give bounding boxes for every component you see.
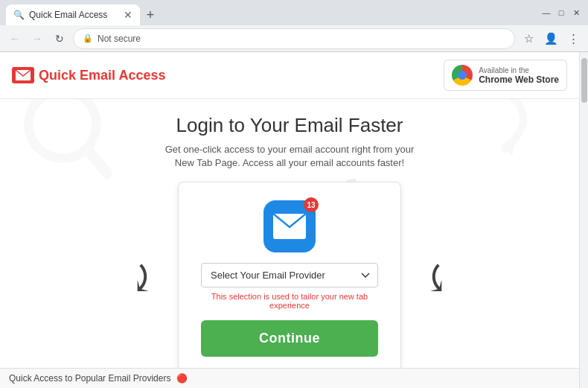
email-provider-select[interactable]: Select Your Email Provider Gmail Yahoo M… <box>201 263 378 287</box>
envelope-icon <box>273 214 306 239</box>
tab-title: Quick Email Access <box>29 10 107 20</box>
account-icon[interactable]: 👤 <box>542 30 560 48</box>
email-badge: 13 <box>304 197 319 212</box>
chrome-logo-icon <box>452 65 473 86</box>
email-icon-wrapper: 13 <box>263 200 316 252</box>
menu-icon[interactable]: ⋮ <box>564 30 582 48</box>
scrollbar-thumb[interactable] <box>581 58 587 103</box>
tab-bar: 🔍 Quick Email Access ✕ + <box>6 0 537 25</box>
main-content: Login to Your Email Faster Get one-click… <box>0 99 579 388</box>
chrome-store-name: Chrome Web Store <box>479 74 559 85</box>
tab-favicon: 🔍 <box>13 10 25 20</box>
logo-text-plain: Quick Email <box>39 68 118 83</box>
bottom-bar-icon: 🔴 <box>176 373 188 384</box>
page-background: FISH <box>0 52 579 388</box>
address-text: Not secure <box>98 34 141 44</box>
chrome-store-available-label: Available in the <box>479 66 559 74</box>
browser-titlebar: 🔍 Quick Email Access ✕ + — □ ✕ <box>0 0 588 25</box>
address-field[interactable]: 🔒 Not secure <box>73 28 515 49</box>
bookmark-icon[interactable]: ☆ <box>520 30 537 48</box>
window-controls: — □ ✕ <box>540 7 582 19</box>
logo: Quick Email Access <box>12 67 165 83</box>
browser-content: FISH <box>0 52 588 388</box>
page-headline: Login to Your Email Faster <box>176 114 403 137</box>
logo-icon <box>12 67 34 83</box>
page-subheadline: Get one-click access to your email accou… <box>156 143 424 170</box>
scrollbar[interactable] <box>579 52 588 388</box>
chrome-store-text: Available in the Chrome Web Store <box>479 66 559 85</box>
close-button[interactable]: ✕ <box>570 7 582 19</box>
forward-button[interactable]: → <box>28 30 46 48</box>
right-arrow: ⤸ <box>421 257 453 300</box>
reload-button[interactable]: ↻ <box>51 30 68 48</box>
bottom-bar-text: Quick Access to Popular Email Providers <box>9 373 170 384</box>
lock-icon: 🔒 <box>83 34 93 43</box>
helper-text: This selection is used to tailor your ne… <box>201 292 378 310</box>
page-content: FISH <box>0 52 579 388</box>
back-button[interactable]: ← <box>6 30 24 48</box>
envelope-logo-icon <box>15 69 31 81</box>
address-bar-row: ← → ↻ 🔒 Not secure ☆ 👤 ⋮ <box>0 25 588 52</box>
logo-text: Quick Email Access <box>39 68 165 83</box>
minimize-button[interactable]: — <box>540 7 552 19</box>
logo-text-colored: Access <box>118 68 165 83</box>
continue-button[interactable]: Continue <box>201 320 378 357</box>
site-header: Quick Email Access Available in the Chro… <box>0 52 579 99</box>
maximize-button[interactable]: □ <box>555 7 567 19</box>
new-tab-button[interactable]: + <box>140 4 161 25</box>
chrome-store-button[interactable]: Available in the Chrome Web Store <box>444 60 567 91</box>
bottom-bar: Quick Access to Popular Email Providers … <box>0 368 579 388</box>
toolbar-icons: ☆ 👤 ⋮ <box>520 30 582 48</box>
active-tab[interactable]: 🔍 Quick Email Access ✕ <box>6 4 140 25</box>
email-card: ⤸ ⤸ 13 Select Your <box>178 182 401 375</box>
left-arrow: ⤸ <box>127 257 158 300</box>
tab-close-button[interactable]: ✕ <box>124 10 132 20</box>
